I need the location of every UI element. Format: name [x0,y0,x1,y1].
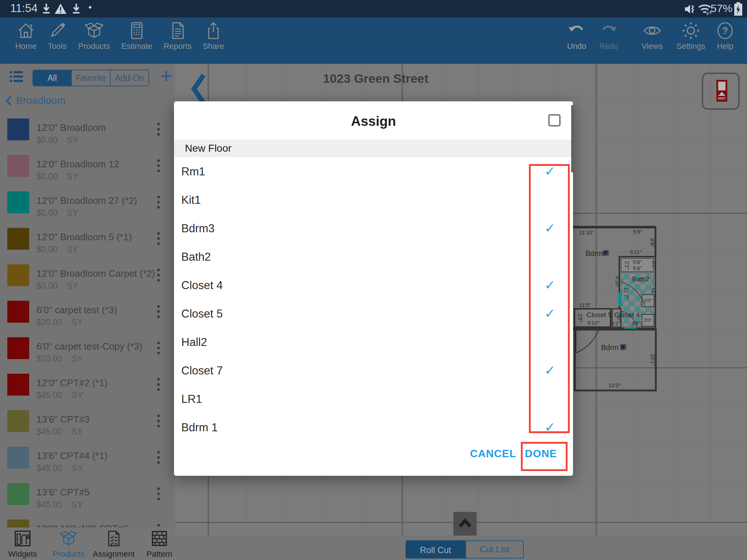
product-list-item[interactable]: 13'6" CPT#3 $45.00SY [0,410,175,447]
app-root: 11:54 57% Home [0,0,747,560]
product-menu-icon[interactable] [157,487,160,503]
product-name: 12'0" 1'0"x1'0" CPT#6 [36,523,128,528]
product-menu-icon[interactable] [157,305,160,320]
svg-text:4'8": 4'8" [649,238,655,247]
product-list-item[interactable]: 13'6" CPT#5 $45.00SY [0,483,175,520]
product-color-swatch [7,520,29,528]
warning-icon [54,3,67,15]
product-list-item[interactable]: 12'0" Broadloom 27 (*2) $0.00SY [0,191,175,228]
svg-text:2'0": 2'0" [644,318,652,323]
tab-widgets[interactable]: Widgets [0,530,45,559]
pencil-icon [48,21,67,40]
product-price: $0.00SY [36,135,78,145]
product-menu-icon[interactable] [157,524,160,528]
svg-text:?: ? [722,25,728,36]
expand-panel-button[interactable] [453,512,477,536]
product-list-item[interactable]: 12'0" CPT#2 (*1) $45.00SY [0,374,175,410]
nav-estimate[interactable]: Estimate [117,21,157,51]
category-back[interactable]: Broadloom [5,95,65,106]
door-marker [618,293,621,306]
product-list-item[interactable]: 12'0" 1'0"x1'0" CPT#6 [0,520,175,528]
tab-all[interactable]: All [33,70,71,86]
tab-addon[interactable]: Add-On [110,70,148,86]
roll-cut-tab[interactable]: Roll Cut [406,540,465,559]
tab-favorite[interactable]: Favorite [71,70,110,86]
product-price: $0.00SY [36,208,78,218]
assign-dialog: Assign New Floor Rm1 ✓ Kit1 ✓ Bdrm3 ✓ [174,101,573,476]
nav-products[interactable]: Products [74,21,114,51]
product-name: 6'0" carpet test-Copy (*3) [36,341,142,352]
product-menu-icon[interactable] [157,159,160,175]
dialog-scrollbar[interactable] [571,105,573,172]
product-menu-icon[interactable] [157,378,160,393]
product-list-item[interactable]: 12'0" Broadloom 5 (*1) $0.00SY [0,228,175,264]
nav-reports[interactable]: Reports [158,21,198,51]
product-color-swatch [7,447,29,468]
product-menu-icon[interactable] [157,342,160,357]
svg-text:2'0": 2'0" [644,298,652,303]
room-row[interactable]: Closet 4 ✓ [174,271,573,299]
room-row[interactable]: Rm1 ✓ [174,157,573,186]
product-list-item[interactable]: 6'0" carpet test (*3) $20.00SY [0,301,175,337]
product-list-item[interactable]: 12'0" Broadloom 12 $0.00SY [0,155,175,191]
svg-text:5'6": 5'6" [633,265,642,271]
cut-list-tab[interactable]: Cut List [465,540,524,559]
tab-products[interactable]: Products [46,530,91,559]
svg-text:5'6": 5'6" [633,259,642,265]
room-row[interactable]: Hall2 ✓ [174,328,573,356]
svg-text:13'3": 13'3" [608,382,620,388]
product-list-item[interactable]: 6'0" carpet test-Copy (*3) $20.00SY [0,337,175,374]
svg-text:2'9": 2'9" [577,314,583,322]
room-row[interactable]: Bdrm 1 ✓ [174,413,573,434]
room-name: Hall2 [181,336,207,349]
product-name: 12'0" CPT#2 (*1) [36,377,108,389]
room-row[interactable]: Bath2 ✓ [174,242,573,271]
battery-charging-icon [734,2,743,16]
top-toolbar: Home Tools Products Estimate Reports Sha… [0,18,747,64]
product-list-item[interactable]: 13'6" CPT#4 (*1) $45.00SY [0,447,175,483]
product-price: $45.00SY [36,390,83,400]
room-name: Closet 7 [181,364,223,377]
chevron-up-icon [453,512,477,536]
product-menu-icon[interactable] [157,123,160,138]
dist-laser-button[interactable]: DIST [702,73,740,110]
product-menu-icon[interactable] [157,269,160,284]
product-color-swatch [7,191,29,213]
nav-tools[interactable]: Tools [37,21,77,51]
add-product-icon[interactable] [160,70,172,82]
product-name: 13'6" CPT#5 [36,487,90,498]
room-row[interactable]: Bdrm3 ✓ [174,214,573,242]
product-name: 13'6" CPT#3 [36,414,90,425]
battery-percent: 57% [711,2,732,15]
product-menu-icon[interactable] [157,451,160,466]
product-list-item[interactable]: 12'0" Broadloom Carpet (*2) $0.00SY [0,264,175,301]
select-all-checkbox[interactable] [548,114,561,127]
nav-help[interactable]: ? Help [705,21,745,51]
floorplan-drawing[interactable]: 11'10" 5'6" 4'8" Bdrm3 5'11" 2'2" 5'6" 5… [569,219,747,401]
list-icon[interactable] [10,70,23,83]
nav-redo[interactable]: Redo [589,21,629,51]
home-icon [16,21,35,40]
product-list-item[interactable]: 12'0" Broadloom $0.00SY [0,118,175,155]
status-bar: 11:54 57% [0,0,747,18]
floor-section-header: New Floor [174,140,573,157]
product-color-swatch [7,228,29,250]
svg-text:Closet 4: Closet 4 [614,311,640,319]
tab-pattern[interactable]: Pattern [137,530,182,559]
cancel-button[interactable]: CANCEL [469,448,517,460]
nav-views[interactable]: Views [632,21,672,51]
product-price: $0.00SY [36,172,78,182]
canvas-back-icon[interactable] [190,73,206,105]
product-color-swatch [7,301,29,323]
product-menu-icon[interactable] [157,232,160,248]
widgets-icon [14,530,31,547]
room-row[interactable]: Closet 7 ✓ [174,356,573,385]
room-row[interactable]: LR1 ✓ [174,385,573,413]
nav-share[interactable]: Share [193,21,233,51]
room-row[interactable]: Kit1 ✓ [174,186,573,214]
product-menu-icon[interactable] [157,196,160,211]
product-menu-icon[interactable] [157,415,160,430]
assignment-icon [105,530,123,547]
room-row[interactable]: Closet 5 ✓ [174,299,573,328]
tab-assignment[interactable]: Assignment [91,530,136,559]
